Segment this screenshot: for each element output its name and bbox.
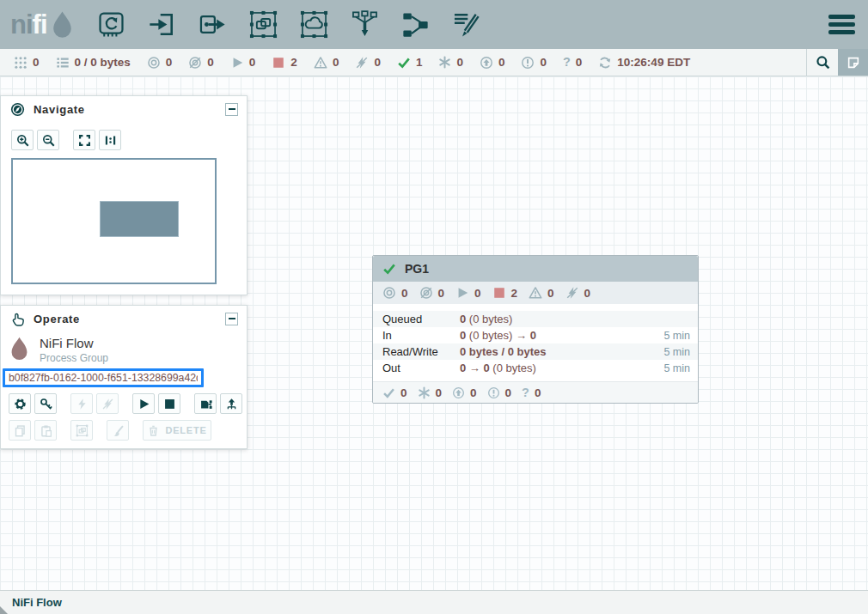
resize-grip[interactable] (0, 606, 8, 614)
breadcrumb-root[interactable]: NiFi Flow (12, 596, 62, 609)
transmitting-icon (147, 56, 161, 70)
operate-buttons-row1 (9, 393, 247, 414)
pg-stat-stopped: 2 (492, 286, 518, 300)
zoom-actual-size-button[interactable] (99, 130, 121, 150)
pg-vc-count: 0 (505, 386, 512, 399)
invalid-icon (314, 56, 327, 70)
pg-vc-locally-modified: 0 (418, 386, 443, 399)
process-group-icon[interactable] (249, 10, 278, 39)
disabled-icon (565, 286, 579, 300)
processor-icon[interactable] (97, 10, 125, 39)
zoom-fit-button[interactable] (73, 130, 95, 150)
remote-process-group-icon[interactable] (300, 10, 328, 39)
active-threads-count: 0 (33, 56, 40, 69)
flow-canvas[interactable]: Navigate Operate NiF (0, 76, 868, 590)
hand-pointer-icon (10, 312, 25, 326)
stat-not-transmitting: 0 (188, 56, 214, 70)
pg-vc-up-to-date: 0 (382, 386, 407, 399)
global-menu-button[interactable] (828, 15, 855, 34)
logo-text-fi: fi (33, 11, 47, 38)
not-transmitting-icon (188, 56, 202, 70)
configuration-button[interactable] (9, 393, 31, 414)
save-template-button[interactable] (194, 393, 217, 414)
sync-failure-icon: ? (563, 56, 571, 69)
trash-icon (147, 424, 160, 437)
bulletin-board-button[interactable] (838, 49, 868, 76)
stat-active-threads: 0 (14, 56, 40, 70)
transmitting-count: 0 (166, 56, 173, 69)
brush-icon (112, 424, 125, 437)
statusbar-right-controls (806, 49, 868, 76)
fit-icon (78, 134, 91, 147)
process-group-droplet-icon (9, 336, 30, 364)
minus-icon (229, 108, 235, 110)
compass-icon (10, 102, 25, 117)
input-port-icon[interactable] (148, 10, 176, 39)
disable-button[interactable] (96, 393, 119, 414)
locally-modified-and-stale-icon (521, 56, 535, 70)
operate-collapse-button[interactable] (225, 313, 238, 325)
stat-up-to-date: 1 (397, 56, 423, 70)
refresh-icon[interactable] (598, 56, 612, 70)
navigate-panel-header: Navigate (1, 96, 247, 122)
not-transmitting-count: 0 (207, 56, 214, 69)
pg-vc-count: 0 (436, 386, 443, 399)
enable-button[interactable] (70, 393, 93, 414)
stat-sync-failure: ? 0 (563, 56, 582, 69)
pg-vc-count: 0 (470, 386, 477, 399)
output-port-icon[interactable] (199, 10, 227, 39)
stop-button[interactable] (158, 393, 180, 414)
template-icon[interactable] (401, 10, 430, 39)
pg-vc-locally-modified-and-stale: 0 (487, 386, 512, 399)
zoom-in-button[interactable] (11, 130, 34, 150)
change-color-button[interactable] (107, 420, 129, 441)
birdseye-minimap[interactable] (11, 158, 217, 284)
lightning-slash-icon (101, 398, 114, 410)
pg-stat-transmitting: 0 (382, 286, 408, 300)
pg-stopped-count: 2 (511, 287, 518, 300)
pg-stat-invalid: 0 (529, 286, 554, 300)
stale-icon (480, 56, 493, 70)
sync-failure-icon: ? (522, 386, 529, 399)
queued-count: 0 / 0 bytes (75, 56, 131, 69)
pg-version-footer: 0 0 0 0 ? 0 (373, 381, 698, 403)
birdseye-component-rect[interactable] (100, 201, 179, 237)
stat-transmitting: 0 (147, 56, 173, 70)
pg-stat-not-transmitting: 0 (419, 286, 445, 300)
navigate-title: Navigate (34, 103, 85, 116)
up-to-date-icon (397, 56, 411, 70)
paste-button[interactable] (34, 420, 57, 441)
gear-icon (14, 398, 27, 410)
funnel-icon[interactable] (351, 10, 379, 39)
pg-vc-count: 0 (400, 386, 407, 399)
locally-modified-and-stale-count: 0 (540, 56, 547, 69)
key-icon (40, 398, 52, 410)
group-button[interactable] (70, 420, 93, 441)
locally-modified-count: 0 (456, 56, 463, 69)
pg-stat-disabled: 0 (565, 286, 591, 300)
copy-button[interactable] (9, 420, 31, 441)
stale-count: 0 (498, 56, 505, 69)
pg-row-out: Out 0 → 0 (0 bytes) 5 min (373, 360, 698, 376)
actual-size-icon (104, 134, 117, 147)
delete-button[interactable]: DELETE (143, 420, 211, 441)
pg-header: PG1 (373, 256, 698, 282)
upload-template-button[interactable] (220, 393, 242, 414)
pg-row-label: In (382, 329, 460, 342)
stale-icon (452, 386, 465, 399)
pg-row-queued: Queued 0 (0 bytes) (373, 311, 698, 327)
selected-component-id-field[interactable] (3, 368, 204, 387)
group-icon (76, 424, 89, 437)
search-button[interactable] (806, 49, 838, 76)
stat-locally-modified: 0 (438, 56, 463, 69)
save-template-icon (199, 398, 212, 410)
access-policies-button[interactable] (34, 393, 57, 414)
zoom-out-button[interactable] (37, 130, 59, 150)
process-group-pg1[interactable]: PG1 0 0 0 2 (372, 255, 699, 404)
operate-title: Operate (34, 313, 80, 325)
start-button[interactable] (132, 393, 155, 414)
label-icon[interactable] (452, 10, 480, 39)
navigate-collapse-button[interactable] (225, 103, 238, 116)
stat-stale: 0 (480, 56, 505, 70)
zoom-out-icon (42, 134, 55, 147)
